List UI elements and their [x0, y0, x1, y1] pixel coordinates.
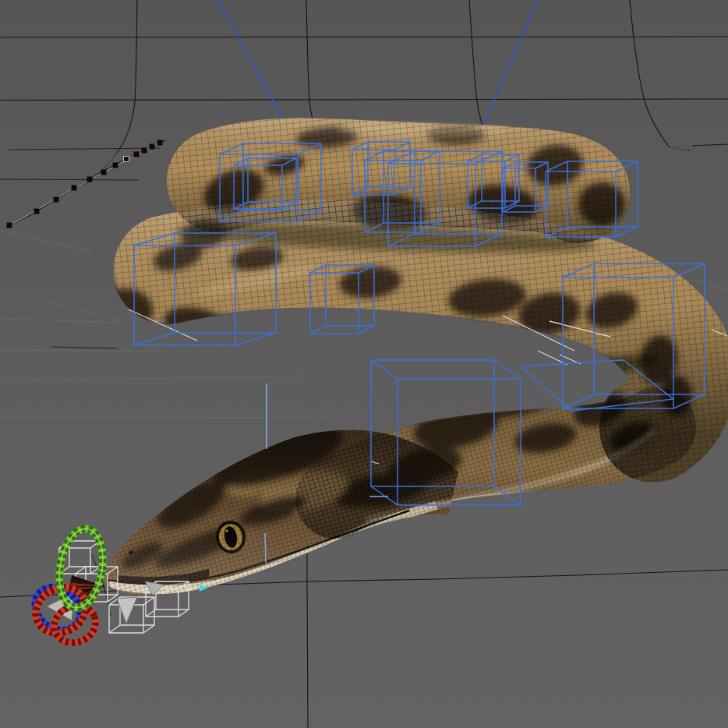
- motion-path-point[interactable]: [157, 140, 163, 146]
- motion-path-point[interactable]: [134, 152, 140, 157]
- motion-path-point[interactable]: [113, 163, 118, 168]
- motion-path-point[interactable]: [87, 177, 93, 182]
- motion-path-point[interactable]: [7, 223, 12, 228]
- motion-path-point-selected[interactable]: [124, 157, 129, 162]
- viewport-3d[interactable]: [0, 0, 728, 728]
- motion-path-point[interactable]: [72, 186, 77, 191]
- motion-path-point[interactable]: [34, 209, 40, 214]
- motion-path-point[interactable]: [54, 197, 59, 203]
- joint-bone-line[interactable]: [265, 533, 266, 563]
- motion-path-point[interactable]: [142, 148, 147, 154]
- viewport-canvas[interactable]: [0, 0, 728, 728]
- motion-path-point[interactable]: [150, 144, 155, 150]
- snake-wireframe-mesh: [218, 169, 578, 192]
- motion-path-point[interactable]: [101, 170, 107, 175]
